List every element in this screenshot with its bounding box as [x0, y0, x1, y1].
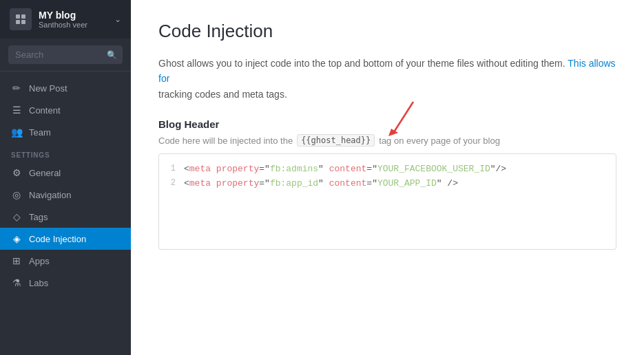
blog-icon [10, 8, 32, 30]
navigation-icon: ◎ [11, 189, 22, 200]
code-injection-icon: ◈ [11, 233, 22, 244]
sidebar: MY blog Santhosh veer ⌄ 🔍 ✏ New Post ☰ C… [0, 0, 131, 355]
code-editor[interactable]: 1 <meta property="fb:admins" content="YO… [158, 153, 616, 250]
chevron-down-icon: ⌄ [114, 14, 121, 24]
code-line-2: 2 <meta property="fb:app_id" content="YO… [159, 177, 616, 191]
description-text: Ghost allows you to inject code into the… [158, 58, 565, 69]
sidebar-label-general: General [29, 168, 61, 178]
sidebar-item-tags[interactable]: ◇ Tags [0, 206, 131, 228]
sidebar-label-team: Team [29, 127, 51, 138]
sidebar-label-code-injection: Code Injection [29, 234, 86, 244]
team-icon: 👥 [11, 127, 22, 138]
line-number-1: 1 [159, 162, 184, 175]
settings-section-label: SETTINGS [0, 143, 131, 162]
hint-before: Code here will be injected into the [158, 136, 293, 146]
sidebar-item-labs[interactable]: ⚗ Labs [0, 272, 131, 294]
edit-icon: ✏ [11, 83, 22, 94]
line-code-2: <meta property="fb:app_id" content="YOUR… [184, 177, 616, 191]
main-content: Code Injection Ghost allows you to injec… [131, 0, 644, 355]
description-line2: tracking codes and meta tags. [158, 89, 287, 100]
sidebar-label-content: Content [29, 105, 61, 116]
code-lines: 1 <meta property="fb:admins" content="YO… [159, 154, 616, 200]
ghost-head-tag: {{ghost_head}} [297, 134, 375, 147]
general-icon: ⚙ [11, 167, 22, 178]
blog-switcher[interactable]: MY blog Santhosh veer ⌄ [0, 0, 131, 39]
apps-icon: ⊞ [11, 255, 22, 266]
sidebar-item-code-injection[interactable]: ◈ Code Injection [0, 228, 131, 250]
sidebar-label-apps: Apps [29, 256, 50, 266]
sidebar-nav: ✏ New Post ☰ Content 👥 Team SETTINGS ⚙ G… [0, 72, 131, 355]
labs-icon: ⚗ [11, 277, 22, 288]
sidebar-label-tags: Tags [29, 212, 48, 222]
search-container: 🔍 [0, 39, 131, 72]
description: Ghost allows you to inject code into the… [158, 56, 616, 102]
code-line-1: 1 <meta property="fb:admins" content="YO… [159, 162, 616, 177]
sidebar-item-general[interactable]: ⚙ General [0, 162, 131, 184]
sidebar-item-navigation[interactable]: ◎ Navigation [0, 184, 131, 206]
tags-icon: ◇ [11, 211, 22, 222]
sidebar-label-new-post: New Post [29, 83, 67, 94]
sidebar-label-labs: Labs [29, 278, 48, 288]
line-code-1: <meta property="fb:admins" content="YOUR… [184, 162, 616, 177]
sidebar-item-team[interactable]: 👥 Team [0, 121, 131, 143]
search-input[interactable] [8, 45, 123, 64]
injection-hint: Code here will be injected into the {{gh… [158, 134, 616, 147]
sidebar-item-apps[interactable]: ⊞ Apps [0, 250, 131, 272]
sidebar-label-navigation: Navigation [29, 190, 71, 200]
content-icon: ☰ [11, 105, 22, 116]
page-title: Code Injection [158, 21, 616, 42]
sidebar-item-new-post[interactable]: ✏ New Post [0, 77, 131, 99]
line-number-2: 2 [159, 177, 184, 190]
sidebar-item-content[interactable]: ☰ Content [0, 99, 131, 121]
search-icon: 🔍 [107, 50, 117, 60]
blog-name: MY blog [39, 10, 87, 21]
hint-after: tag on every page of your blog [379, 136, 500, 146]
blog-header-title: Blog Header [158, 118, 616, 130]
blog-user: Santhosh veer [39, 21, 87, 29]
